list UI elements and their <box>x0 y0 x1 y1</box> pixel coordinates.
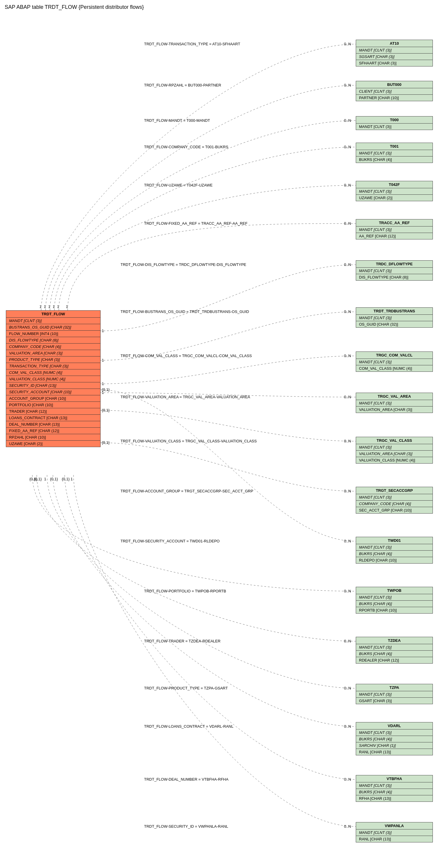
field-row: MANDT [CLNT (3)] <box>356 782 433 789</box>
entity-t000: T000MANDT [CLNT (3)] <box>356 116 433 130</box>
field-row: DIS_FLOWTYPE [CHAR (8)] <box>356 274 433 280</box>
entity-header: TZDEA <box>356 637 433 644</box>
field-row: MANDT [CLNT (3)] <box>356 359 433 365</box>
entity-header: TRGC_VAL_CLASS <box>356 437 433 444</box>
field-row: MANDT [CLNT (3)] <box>356 124 433 130</box>
field-row: PARTNER [CHAR (10)] <box>356 95 433 101</box>
field-row: BUKRS [CHAR (4)] <box>356 156 433 163</box>
entity-vwpanla: VWPANLAMANDT [CLNT (3)]RANL [CHAR (13)] <box>356 822 433 842</box>
field-row: MANDT [CLNT (3)] <box>356 644 433 651</box>
field-row: MANDT [CLNT (3)] <box>356 400 433 406</box>
cardinality-right: 0..N <box>344 724 351 728</box>
field-row: MANDT [CLNT (3)] <box>356 730 433 736</box>
cardinality-right: 0..N <box>344 777 351 781</box>
cardinality-right: 0..N <box>344 539 351 543</box>
entity-header: T001 <box>356 143 433 150</box>
entity-t001: T001MANDT [CLNT (3)]BUKRS [CHAR (4)] <box>356 143 433 163</box>
entity-trdt_trdbustrans: TRDT_TRDBUSTRANSMANDT [CLNT (3)]OS_GUID … <box>356 307 433 328</box>
field-row: COMPANY_CODE [CHAR (4)] <box>6 344 100 350</box>
cardinality-left: {0,1} <box>50 477 58 481</box>
field-row: DEAL_NUMBER [CHAR (13)] <box>6 421 100 428</box>
field-row: MANDT [CLNT (3)] <box>356 594 433 601</box>
field-row: RDEALER [CHAR (12)] <box>356 657 433 663</box>
field-row: MANDT [CLNT (3)] <box>356 150 433 156</box>
relationship-label: TRDT_FLOW-DEAL_NUMBER = VTBFHA-RFHA <box>144 777 228 781</box>
field-row: COM_VAL_CLASS [NUMC (4)] <box>356 365 433 372</box>
cardinality-left: 1 <box>66 304 68 309</box>
entity-header: TRDT_FLOW <box>6 311 100 318</box>
field-row: MANDT [CLNT (3)] <box>356 226 433 233</box>
field-row: GSART [CHAR (3)] <box>356 698 433 704</box>
entity-t042f: T042FMANDT [CLNT (3)]UZAWE [CHAR (2)] <box>356 181 433 201</box>
cardinality-right: 0..N <box>344 83 351 87</box>
relationship-label: TRDT_FLOW-COM_VAL_CLASS = TRGC_COM_VALCL… <box>121 353 252 358</box>
field-row: COM_VAL_CLASS [NUMC (4)] <box>6 369 100 376</box>
cardinality-left: 1 <box>44 477 46 481</box>
cardinality-left: 1 <box>102 329 104 333</box>
cardinality-left: {0,1} <box>62 477 70 481</box>
diagram-canvas: TRDT_FLOW MANDT [CLNT (3)]BUSTRANS_OS_GU… <box>3 16 439 868</box>
entity-trgc_com_valcl: TRGC_COM_VALCLMANDT [CLNT (3)]COM_VAL_CL… <box>356 351 433 372</box>
field-row: MANDT [CLNT (3)] <box>356 444 433 451</box>
entity-header: TRGT_SECACCGRP <box>356 487 433 494</box>
field-row: BUKRS [CHAR (4)] <box>356 551 433 557</box>
cardinality-right: 0..N <box>344 353 351 358</box>
field-row: SECURITY_ACCOUNT [CHAR (10)] <box>6 389 100 395</box>
cardinality-left: 1 <box>48 304 50 309</box>
cardinality-right: 0..N <box>344 42 351 46</box>
field-row: BUKRS [CHAR (4)] <box>356 651 433 657</box>
cardinality-left: 1 <box>70 477 73 481</box>
field-row: MANDT [CLNT (3)] <box>356 268 433 274</box>
relationship-label: TRDT_FLOW-VALUATION_CLASS = TRGC_VAL_CLA… <box>121 439 257 443</box>
relationship-label: TRDT_FLOW-LOANS_CONTRACT = VDARL-RANL <box>144 724 233 728</box>
field-row: RPORTB [CHAR (10)] <box>356 607 433 613</box>
field-row: MANDT [CLNT (3)] <box>356 188 433 195</box>
relationship-label: TRDT_FLOW-BUSTRANS_OS_GUID = TRDT_TRDBUS… <box>121 309 249 314</box>
field-row: MANDT [CLNT (3)] <box>356 47 433 54</box>
field-row: RANL [CHAR (13)] <box>356 749 433 755</box>
field-row: RLDEPO [CHAR (10)] <box>356 557 433 563</box>
cardinality-right: 0..N <box>344 309 351 314</box>
cardinality-left: 1 <box>44 304 46 309</box>
entity-header: TRGC_COM_VALCL <box>356 352 433 359</box>
cardinality-left: 1 <box>102 358 104 362</box>
cardinality-right: 0..N <box>344 489 351 493</box>
field-row: CLIENT [CLNT (3)] <box>356 88 433 95</box>
field-row: PRODUCT_TYPE [CHAR (3)] <box>6 356 100 363</box>
relationship-label: TRDT_FLOW-TRANSACTION_TYPE = AT10-SFHAAR… <box>144 42 240 46</box>
relationship-label: TRDT_FLOW-SECURITY_ACCOUNT = TWD01-RLDEP… <box>121 539 220 543</box>
relationship-label: TRDT_FLOW-TRADER = TZDEA-RDEALER <box>144 639 221 643</box>
field-row: UZAWE [CHAR (2)] <box>356 195 433 201</box>
entity-trgc_val_class: TRGC_VAL_CLASSMANDT [CLNT (3)]VALUATION_… <box>356 437 433 464</box>
field-row: TRADER [CHAR (12)] <box>6 408 100 415</box>
entity-trdc_dflowtype: TRDC_DFLOWTYPEMANDT [CLNT (3)]DIS_FLOWTY… <box>356 260 433 281</box>
field-row: MANDT [CLNT (3)] <box>356 830 433 836</box>
cardinality-right: 0..N <box>344 824 351 829</box>
cardinality-left: {0,1} <box>34 477 42 481</box>
cardinality-right: 0..N <box>344 395 351 399</box>
field-row: VALUATION_AREA [CHAR (3)] <box>6 350 100 356</box>
entity-header: TZPA <box>356 684 433 691</box>
relationship-label: TRDT_FLOW-UZAWE = T042F-UZAWE <box>144 183 213 187</box>
relationship-label: TRDT_FLOW-COMPANY_CODE = T001-BUKRS <box>144 145 228 149</box>
entity-header: VDARL <box>356 722 433 730</box>
entity-header: TRDC_DFLOWTYPE <box>356 260 433 268</box>
entity-vtbfha: VTBFHAMANDT [CLNT (3)]BUKRS [CHAR (4)]RF… <box>356 775 433 802</box>
field-row: MANDT [CLNT (3)] <box>6 318 100 324</box>
field-row: RFHA [CHAR (13)] <box>356 795 433 802</box>
field-row: BUKRS [CHAR (4)] <box>356 601 433 607</box>
entity-header: BUT000 <box>356 81 433 88</box>
entity-header: T000 <box>356 117 433 124</box>
field-row: FLOW_NUMBER [INT4 (10)] <box>6 331 100 337</box>
entity-header: T042F <box>356 181 433 188</box>
field-row: OS_GUID [CHAR (32)] <box>356 321 433 328</box>
relationship-label: TRDT_FLOW-PRODUCT_TYPE = TZPA-GSART <box>144 686 228 690</box>
field-row: VALUATION_AREA [CHAR (3)] <box>356 406 433 413</box>
relationship-label: TRDT_FLOW-FIXED_AA_REF = TRACC_AA_REF-AA… <box>144 221 248 226</box>
entity-header: TWPOB <box>356 587 433 594</box>
cardinality-left: {0,1} <box>102 388 110 392</box>
entity-header: VWPANLA <box>356 823 433 830</box>
field-row: MANDT [CLNT (3)] <box>356 315 433 321</box>
entity-header: TWD01 <box>356 537 433 544</box>
relationship-label: TRDT_FLOW-SECURITY_ID = VWPANLA-RANL <box>144 824 228 829</box>
